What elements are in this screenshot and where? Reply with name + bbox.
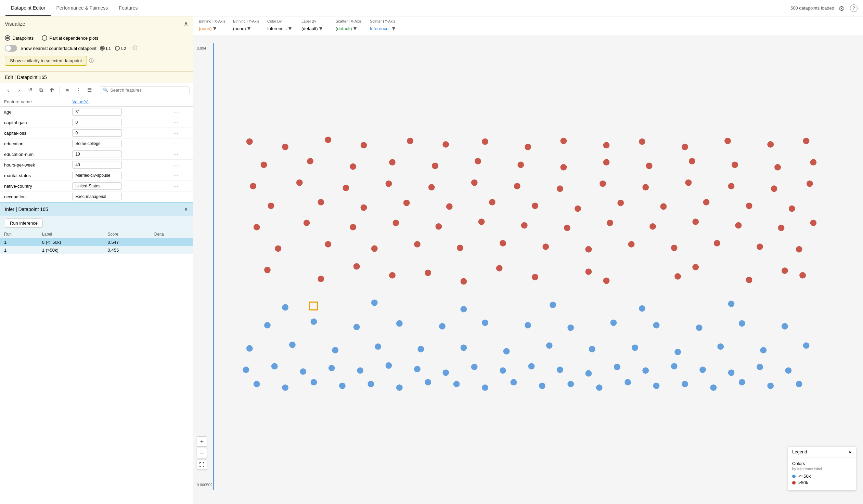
tab-datapoint-editor[interactable]: Datapoint Editor xyxy=(5,0,51,16)
forward-btn[interactable]: › xyxy=(14,85,24,95)
svg-point-171 xyxy=(781,267,788,274)
search-input[interactable] xyxy=(110,88,187,93)
infer-collapse-btn[interactable]: ∧ xyxy=(184,206,188,213)
feature-more-cell: ⋯ xyxy=(169,128,193,139)
binning-x-select[interactable]: (none) ▾ xyxy=(199,24,226,33)
visualize-collapse-btn[interactable]: ∧ xyxy=(184,20,188,27)
feature-more-btn[interactable]: ⋯ xyxy=(173,130,179,136)
fullscreen-btn[interactable] xyxy=(197,460,207,470)
zoom-out-btn[interactable]: − xyxy=(197,448,207,458)
radio-datapoints-circle xyxy=(5,35,10,41)
svg-point-89 xyxy=(261,161,267,168)
scatter-y-select[interactable]: Inference : ▾ xyxy=(370,24,397,33)
svg-point-35 xyxy=(671,363,677,370)
feature-more-btn[interactable]: ⋯ xyxy=(173,194,179,200)
settings-icon[interactable]: ⚙ xyxy=(838,4,846,12)
feature-name-cell: capital-loss xyxy=(0,128,68,139)
feature-value-input[interactable] xyxy=(72,172,122,179)
legend-collapse-btn[interactable]: ∧ xyxy=(848,449,852,454)
radio-datapoints[interactable]: Datapoints xyxy=(5,35,34,41)
radio-partial-dependence[interactable]: Partial dependence plots xyxy=(42,35,98,41)
scatter-x-select[interactable]: (default) ▾ xyxy=(336,24,363,33)
feature-name-cell: native-country xyxy=(0,181,68,192)
run-inference-btn[interactable]: Run inference xyxy=(5,219,43,228)
svg-point-36 xyxy=(699,366,706,373)
radio-l1[interactable]: L1 xyxy=(100,46,111,51)
svg-point-18 xyxy=(767,383,774,389)
svg-point-22 xyxy=(300,368,306,375)
infer-title: Infer | Datapoint 165 xyxy=(5,207,48,212)
svg-point-111 xyxy=(600,181,606,187)
feature-more-btn[interactable]: ⋯ xyxy=(173,162,179,168)
list-single-btn[interactable]: ≡ xyxy=(63,85,72,95)
svg-point-91 xyxy=(350,164,356,170)
svg-point-16 xyxy=(710,384,717,391)
infer-header-row: Run Label Score Delta xyxy=(0,231,193,238)
similarity-info-icon[interactable]: ⓘ xyxy=(89,58,94,64)
infer-score-cell: 0.547 xyxy=(104,238,150,247)
feature-value-input[interactable] xyxy=(72,129,122,137)
copy-btn[interactable]: ⧉ xyxy=(36,85,46,95)
list-numbered-btn[interactable]: ⋮ xyxy=(74,85,83,95)
back-btn[interactable]: ‹ xyxy=(3,85,13,95)
feature-more-btn[interactable]: ⋯ xyxy=(173,173,179,179)
svg-point-114 xyxy=(728,183,735,190)
feature-value-input[interactable] xyxy=(72,161,122,169)
similarity-row: Show similarity to selected datapoint ⓘ xyxy=(5,56,188,66)
svg-point-31 xyxy=(557,366,563,373)
svg-point-156 xyxy=(796,246,802,253)
undo-btn[interactable]: ↺ xyxy=(25,85,35,95)
svg-point-105 xyxy=(342,185,349,191)
l1l2-row: L1 L2 ⓘ xyxy=(100,45,137,51)
feature-value-input[interactable] xyxy=(72,140,122,147)
feature-more-btn[interactable]: ⋯ xyxy=(173,141,179,147)
help-icon[interactable]: ? xyxy=(850,4,858,12)
svg-point-51 xyxy=(717,343,724,350)
delete-btn[interactable]: 🗑 xyxy=(47,85,57,95)
feature-value-input[interactable] xyxy=(72,119,122,126)
tab-performance-fairness[interactable]: Performance & Fairness xyxy=(51,0,113,16)
svg-point-168 xyxy=(496,265,503,271)
svg-point-29 xyxy=(500,367,506,374)
svg-point-42 xyxy=(332,347,338,353)
feature-more-btn[interactable]: ⋯ xyxy=(173,183,179,189)
counterfactual-toggle[interactable] xyxy=(5,45,17,52)
svg-point-99 xyxy=(689,158,695,165)
svg-point-54 xyxy=(264,322,271,328)
zoom-in-btn[interactable]: + xyxy=(197,436,207,447)
svg-point-106 xyxy=(386,181,392,187)
feature-value-input[interactable] xyxy=(72,108,122,116)
feature-more-btn[interactable]: ⋯ xyxy=(173,120,179,126)
svg-point-143 xyxy=(810,220,816,226)
tab-features[interactable]: Features xyxy=(113,0,143,16)
label-by-select[interactable]: (default) ▾ xyxy=(301,24,329,33)
color-by-select[interactable]: Inferenc... ▾ xyxy=(267,24,295,33)
edit-section: Edit | Datapoint 165 ‹ › ↺ ⧉ 🗑 ≡ ⋮ ☰ 🔍 xyxy=(0,72,193,202)
svg-point-87 xyxy=(767,141,774,148)
feature-more-btn[interactable]: ⋯ xyxy=(173,152,179,157)
feature-more-btn[interactable]: ⋯ xyxy=(173,109,179,115)
infer-delta-cell xyxy=(150,246,193,254)
svg-point-43 xyxy=(375,343,381,350)
legend-header: Legend ∧ xyxy=(788,447,856,457)
zoom-controls: + − xyxy=(197,436,207,470)
radio-l2[interactable]: L2 xyxy=(115,46,126,51)
list-bullets-btn[interactable]: ☰ xyxy=(85,85,94,95)
svg-point-162 xyxy=(674,273,681,280)
l1l2-info-icon[interactable]: ⓘ xyxy=(133,45,137,51)
svg-point-157 xyxy=(317,275,324,282)
search-icon: 🔍 xyxy=(103,88,108,92)
feature-value-input[interactable] xyxy=(72,151,122,158)
svg-point-152 xyxy=(628,241,635,248)
binning-y-arrow: ▾ xyxy=(247,25,250,32)
similarity-btn[interactable]: Show similarity to selected datapoint xyxy=(5,56,87,66)
table-row: capital-gain ⋯ xyxy=(0,117,193,128)
feature-value-input[interactable] xyxy=(72,182,122,190)
scatter-x-value: (default) xyxy=(336,26,352,31)
svg-point-76 xyxy=(325,137,331,143)
binning-y-select[interactable]: (none) ▾ xyxy=(233,24,260,33)
feature-value-cell xyxy=(68,192,169,202)
feature-value-cell xyxy=(68,181,169,192)
feature-value-input[interactable] xyxy=(72,193,122,201)
svg-point-150 xyxy=(542,244,549,250)
